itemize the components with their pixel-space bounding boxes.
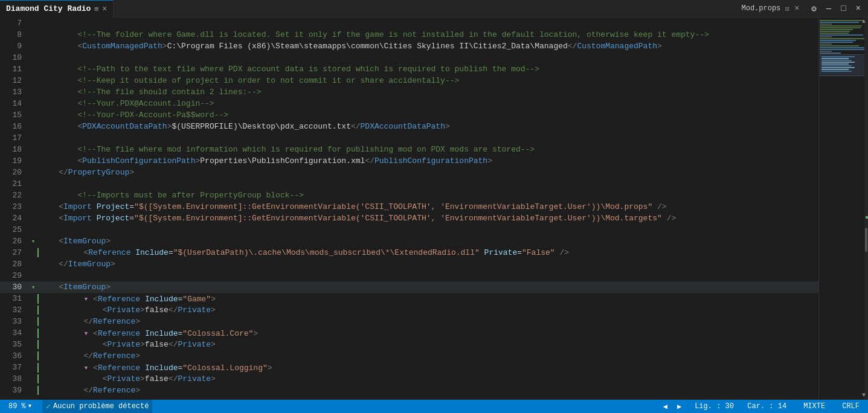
line-10: 10 (0, 52, 818, 63)
line-ending-value: CRLF (842, 402, 860, 411)
line-36: 36 </Reference> (0, 350, 818, 362)
minimap-scroll-up[interactable]: ▲ (862, 18, 866, 26)
line-13: 13 <!--The file should contain 2 lines:-… (0, 86, 818, 98)
line-25: 25 (0, 224, 818, 235)
line-35: 35 <Private>false</Private> (0, 339, 818, 350)
tab2-close[interactable]: × (794, 4, 799, 13)
tab2-title: Mod.props (742, 4, 781, 13)
right-arrow-icon[interactable]: ▶ (677, 402, 681, 411)
line-23: 23 <Import Project="$([System.Environmen… (0, 201, 818, 213)
check-icon: ✓ (46, 402, 51, 411)
line-21: 21 (0, 178, 818, 190)
status-bar: 89 % ▼ ✓ Aucun problème détecté ◀ ▶ Lig.… (0, 400, 868, 413)
title-bar-right: Mod.props ⊡ × ⚙ — □ × (737, 4, 869, 14)
line-37: 37 ▾ <Reference Include="Colossal.Loggin… (0, 362, 818, 373)
line-14: 14 <!--Your.PDX@Account.login--> (0, 98, 818, 109)
line-26: 26 ▾ <ItemGroup> (0, 235, 818, 247)
line-28: 28 </ItemGroup> (0, 258, 818, 270)
line-col[interactable]: Lig. : 30 Car. : 14 (691, 400, 790, 413)
fold-arrow-30[interactable]: ▾ (29, 283, 37, 291)
line-12: 12 <!--Keep it outside of project in ord… (0, 75, 818, 86)
line-29: 29 (0, 270, 818, 281)
minimap[interactable]: ▲ ▼ (818, 18, 868, 400)
line-9: 9 <CustomManagedPath>C:\Program Files (x… (0, 40, 818, 52)
tab2-pin[interactable]: ⊡ (785, 5, 789, 13)
line-11: 11 <!--Path to the text file where PDX a… (0, 63, 818, 75)
no-problems[interactable]: ✓ Aucun problème détecté (42, 400, 152, 413)
status-left: 89 % ▼ ✓ Aucun problème détecté (5, 400, 152, 413)
tab-close-icon[interactable]: × (102, 5, 107, 13)
line-34: 34 ▾ <Reference Include="Colossal.Core"> (0, 327, 818, 339)
line-15: 15 <!--Your-PDX-Account-Pa$$word--> (0, 109, 818, 121)
line-33: 33 </Reference> (0, 316, 818, 327)
tab-pin-icon[interactable]: ⊞ (94, 5, 98, 13)
line-16: 16 <PDXAccountDataPath>$(USERPROFILE)\De… (0, 121, 818, 132)
line-8: 8 <!--The folder where Game.dll is locat… (0, 29, 818, 40)
status-right: ◀ ▶ Lig. : 30 Car. : 14 MIXTE CRLF (663, 400, 863, 413)
line-20: 20 </PropertyGroup> (0, 167, 818, 178)
line-22: 22 <!--Imports must be after PropertyGro… (0, 190, 818, 201)
line-39: 39 </Reference> (0, 385, 818, 396)
minimap-scroll-down[interactable]: ▼ (862, 391, 866, 400)
win-btn-maximize[interactable]: □ (838, 4, 848, 13)
win-btn-close[interactable]: × (854, 4, 863, 13)
line-7: 7 (0, 18, 818, 29)
line-30: 30 ▾ <ItemGroup> (0, 281, 818, 293)
fold-arrow-26[interactable]: ▾ (29, 237, 37, 245)
title-bar: Diamond City Radio ⊞ × Mod.props ⊡ × ⚙ —… (0, 0, 868, 18)
line-32: 32 <Private>false</Private> (0, 304, 818, 316)
h-scroll-right-arrow[interactable]: ▶ (810, 399, 817, 400)
h-scroll-left-arrow[interactable]: ◀ (1, 399, 8, 400)
line-18: 18 <!--The file where mod information wh… (0, 144, 818, 155)
encoding-value: MIXTE (803, 402, 825, 411)
line-27: 27 <Reference Include="$(UserDataPath)\.… (0, 247, 818, 258)
line-24: 24 <Import Project="$([System.Environmen… (0, 213, 818, 224)
zoom-arrow-icon: ▼ (28, 403, 31, 409)
line-ending[interactable]: CRLF (838, 400, 863, 413)
win-btn-minimize[interactable]: — (824, 4, 834, 13)
left-arrow-icon[interactable]: ◀ (663, 402, 667, 411)
tab-diamond-city-radio[interactable]: Diamond City Radio ⊞ × (0, 0, 114, 18)
line-31: 31 ▾ <Reference Include="Game"> (0, 293, 818, 304)
col-number-status: Car. : 14 (747, 402, 786, 411)
no-problems-label: Aucun problème détecté (53, 402, 149, 411)
encoding[interactable]: MIXTE (800, 400, 829, 413)
line-38: 38 <Private>false</Private> (0, 373, 818, 385)
code-lines: 7 8 <!--The folder where Game.dll is loc… (0, 18, 818, 400)
tab-title-diamond: Diamond City Radio (6, 4, 91, 13)
editor-container: 7 8 <!--The folder where Game.dll is loc… (0, 18, 868, 400)
zoom-level[interactable]: 89 % ▼ (5, 400, 35, 413)
line-number-status: Lig. : 30 (695, 402, 734, 411)
line-17: 17 (0, 132, 818, 144)
line-19: 19 <PublishConfigurationPath>Properties\… (0, 155, 818, 167)
win-btn-settings[interactable]: ⚙ (809, 4, 818, 14)
zoom-value: 89 % (8, 402, 26, 411)
code-area: 7 8 <!--The folder where Game.dll is loc… (0, 18, 818, 400)
